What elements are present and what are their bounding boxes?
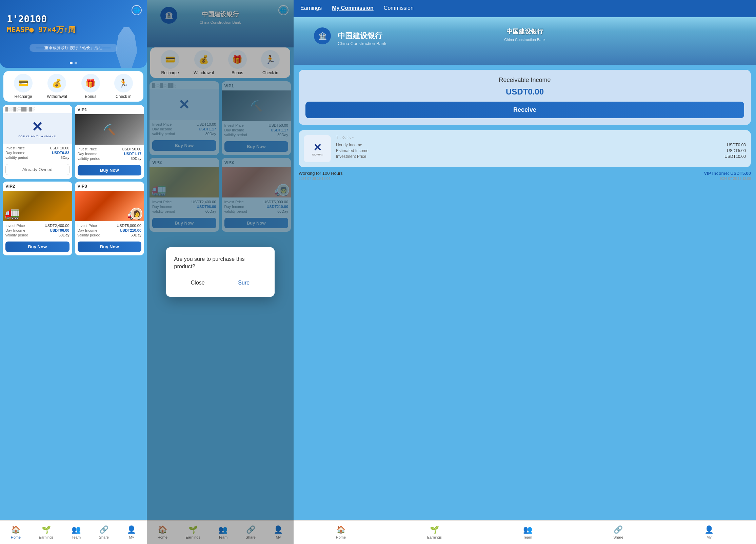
info-row-invest-vip1-1: Invest Price USDT50.00 [78,147,142,151]
invest-label-vip1-1: Invest Price [78,147,97,151]
card-vip2-1: VIP2 Invest Price USDT2,400.00 Day Incom… [3,182,72,255]
nav-share-1[interactable]: 🔗 Share [99,525,109,539]
tab-commission-3[interactable]: Commission [384,5,414,12]
timestamp2-3: 2024-07-28 19:13:08 [719,177,751,181]
buy-button-vip1-1[interactable]: Buy Now [78,165,142,175]
nav-home-label-3: Home [336,535,346,539]
estimated-income-value-3: USDT5.00 [727,148,746,153]
card-title-vip3-1: VIP3 [75,182,144,191]
info-row-validity-vip2-1: validity period 60Day [5,233,69,237]
info-row-validity-vip1-1: validity period 30Day [78,156,142,161]
receivable-card-3: Receivable Income USDT0.00 Receive [299,70,751,125]
recharge-label-1: Recharge [15,94,32,99]
validity-value-free-1: 6Day [61,155,69,160]
card-info-vip1-1: Invest Price USDT50.00 Day Income USDT1.… [75,145,144,163]
invest-value-vip1-1: USDT50.00 [122,147,141,151]
ccb-name-3: 中国建设银行 [338,31,382,41]
product-x-logo-3: ✕ [313,142,322,153]
invest-value-free-1: USDT10.00 [50,146,69,150]
income-value-vip3-1: USDT210.00 [120,228,141,232]
nav-team-label-3: Team [523,535,532,539]
bonus-button-1[interactable]: 🎁 Bonus [81,74,100,99]
earnings-icon-1: 🌱 [42,525,51,534]
team-icon-3: 👥 [523,525,532,534]
vip-income-label-3: VIP Income: USDT5.00 [704,171,751,176]
my-icon-3: 👤 [704,525,714,534]
dialog-close-button[interactable]: Close [184,277,212,289]
validity-value-vip2-1: 60Day [59,233,69,237]
tab-my-commission-3[interactable]: My Commission [332,5,374,12]
working-row-3: Working for 100 Hours VIP Income: USDT5.… [299,171,751,176]
banner-figure [113,27,140,68]
dialog-buttons: Close Sure [174,277,266,289]
info-row-invest-free-1: Invest Price USDT10.00 [5,146,69,150]
checkin-button-1[interactable]: 🏃 Check in [114,74,133,99]
validity-value-vip1-1: 30Day [131,156,141,161]
card-title-vip2-1: VIP2 [3,182,72,191]
dot-1 [70,62,73,64]
buy-button-vip2-1[interactable]: Buy Now [5,242,69,252]
info-row-income-vip2-1: Day Income USDT96.00 [5,228,69,232]
card-title-vip1-1: VIP1 [75,105,144,114]
nav-my-1[interactable]: 👤 My [127,525,136,539]
nav-earnings-3[interactable]: 🌱 Earnings [427,525,442,539]
info-row-invest-vip2-1: Invest Price USDT2,400.00 [5,224,69,228]
nav-earnings-label-3: Earnings [427,535,442,539]
recharge-icon-1: 💳 [14,74,33,92]
nav-team-3[interactable]: 👥 Team [523,525,532,539]
nav-earnings-1[interactable]: 🌱 Earnings [39,525,53,539]
hourly-income-value-3: USDT0.03 [727,143,746,147]
banner-dots-1 [70,62,77,64]
tab-earnings-3[interactable]: Earnings [300,5,322,12]
working-label-3: Working for 100 Hours [299,171,343,176]
card-info-free-1: Invest Price USDT10.00 Day Income USDT0.… [3,144,72,162]
bottom-nav-1: 🏠 Home 🌱 Earnings 👥 Team 🔗 Share 👤 My [0,520,147,544]
dialog-sure-button[interactable]: Sure [231,277,256,289]
nav-home-1[interactable]: 🏠 Home [11,525,21,539]
card-title-free-1: █░░█░░██░█░ [3,105,72,113]
income-label-free-1: Day Income [5,151,25,155]
logo-subtext-1: YOUKUANYUANMAKU [18,135,57,138]
info-row-income-vip3-1: Day Income USDT210.00 [78,228,142,232]
validity-label-vip1-1: validity period [78,156,100,161]
nav-my-3[interactable]: 👤 My [704,525,714,539]
nav-home-label-1: Home [11,535,21,539]
receive-button-3[interactable]: Receive [305,102,744,118]
vip2-image-1 [3,191,72,221]
card-vip1-1: VIP1 Invest Price USDT50.00 Day Income U… [75,105,144,179]
recharge-button-1[interactable]: 💳 Recharge [14,74,33,99]
nav-team-1[interactable]: 👥 Team [72,525,81,539]
nav-share-3[interactable]: 🔗 Share [613,525,623,539]
product-info-3: T·. ·:·.::·. ·· Hourly Income USDT0.03 E… [336,135,746,160]
info-row-income-vip1-1: Day Income USDT1.17 [78,152,142,156]
checkin-icon-1: 🏃 [114,74,133,92]
owned-button-1[interactable]: Already Owned [5,164,69,175]
info-row-validity-free-1: validity period 6Day [5,155,69,160]
nav-my-label-1: My [129,535,134,539]
nav-home-3[interactable]: 🏠 Home [336,525,346,539]
purchase-dialog: Are you sure to purchase this product? C… [166,247,275,297]
investment-price-row-3: Investment Price USDT10.00 [336,154,746,159]
x-logo-1: ✕ [32,119,43,135]
bonus-icon-1: 🎁 [81,74,100,92]
bottom-nav-3: 🏠 Home 🌱 Earnings 👥 Team 🔗 Share 👤 My [294,520,756,544]
nav-share-label-3: Share [613,535,623,539]
share-icon-1: 🔗 [99,525,108,534]
globe-icon-1[interactable]: 🌐 [132,5,142,15]
panel-2: 🏦 🌐 💳 Recharge 💰 Withdrawal 🎁 Bonus 🏃 Ch… [147,0,294,544]
team-icon-1: 👥 [72,525,81,534]
product-name-3: T·. ·:·.::·. ·· [336,135,746,140]
estimated-income-row-3: Estimated Income USDT5.00 [336,148,746,153]
buy-button-vip3-1[interactable]: Buy Now [78,242,142,252]
banner-subtitle-1: ——重承载务亲厅 恢行「站长」活往—— [29,44,117,52]
withdrawal-button-1[interactable]: 💰 Withdrawal [47,74,67,99]
checkin-label-1: Check in [116,94,132,99]
info-row-income-free-1: Day Income USDT0.83 [5,151,69,155]
icon-row-1: 💳 Recharge 💰 Withdrawal 🎁 Bonus 🏃 Check … [3,71,143,102]
product-subtext-3: YOUKUAN [312,153,323,156]
income-label-vip3-1: Day Income [78,228,98,232]
cards-scroll-1: █░░█░░██░█░ ✕ YOUKUANYUANMAKU Invest Pri… [0,105,147,544]
info-row-validity-vip3-1: validity period 60Day [78,233,142,237]
product-logo-3: ✕ YOUKUAN [304,135,331,162]
investment-price-value-3: USDT10.00 [724,154,746,159]
